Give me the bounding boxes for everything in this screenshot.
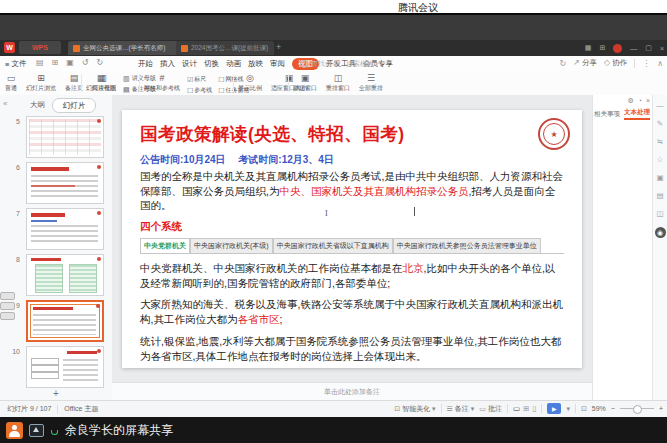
theme-name[interactable]: Office 主题 <box>64 404 98 414</box>
comments-icon: ▭ <box>479 405 486 412</box>
normal-view-button[interactable]: ▭普通 <box>3 72 19 94</box>
system-tab-4[interactable]: 中央国家行政机关参照公务员法管理事业单位 <box>393 238 541 253</box>
checkbox-icon: ☐ <box>218 76 224 84</box>
new-tab-button[interactable]: + <box>276 42 281 52</box>
zoom-slider-knob[interactable] <box>633 405 642 414</box>
document-tab-label: 全网公央选课…(学长有名师) <box>83 44 165 53</box>
normal-view-icon[interactable]: ▭ <box>513 404 520 413</box>
zoom-in-button[interactable]: + <box>659 405 663 412</box>
more-icon[interactable]: ⋮ <box>642 59 650 68</box>
reading-view-icon[interactable]: ▯ <box>532 404 536 413</box>
arrange-window-button[interactable]: ◫重排窗口 <box>324 72 352 94</box>
slide-thumbnail-9-selected[interactable] <box>26 300 104 342</box>
floating-widget[interactable] <box>0 292 15 320</box>
cloud-sync-icon[interactable]: ↻ <box>559 59 566 68</box>
arrange-all-button[interactable]: ☰全部重排 <box>357 72 385 94</box>
system-tab-2[interactable]: 中央国家行政机关(本级) <box>190 238 273 253</box>
slide-thumbnail-8[interactable] <box>26 254 104 296</box>
play-icon: ▶ <box>552 405 557 412</box>
layout-grid-icon[interactable]: ⊞ <box>599 44 605 52</box>
normal-view-icon: ▭ <box>7 73 16 83</box>
tab-slides[interactable]: 幻灯片 <box>52 98 96 113</box>
panel-collapse-icon[interactable]: « <box>3 99 7 108</box>
notes-pane[interactable]: 单击此处添加备注 <box>112 382 592 401</box>
close-icon[interactable]: × <box>646 97 650 105</box>
menu-transition[interactable]: 切换 <box>204 59 219 69</box>
strip-edit-icon[interactable]: ✎ <box>657 119 663 128</box>
task-pane-tab-related[interactable]: 相关事项 <box>594 110 620 119</box>
chevron-down-icon[interactable]: ▾ <box>566 405 570 413</box>
close-icon[interactable]: × <box>660 45 664 52</box>
menu-review[interactable]: 审阅 <box>270 59 285 69</box>
meeting-window-band <box>0 15 667 40</box>
menu-animation[interactable]: 动画 <box>226 59 241 69</box>
menu-insert[interactable]: 插入 <box>160 59 175 69</box>
strip-star-icon[interactable]: ☆ <box>657 155 664 164</box>
gear-icon[interactable]: ⚙ <box>627 97 633 105</box>
document-tab-1[interactable]: 全网公央选课…(学长有名师) <box>68 41 178 55</box>
thumbnail-row: 10 <box>0 346 112 390</box>
strip-active-tool-icon[interactable]: ◉ <box>655 227 666 238</box>
strip-columns-icon[interactable]: ◫ <box>656 209 663 218</box>
beautify-button[interactable]: ⊡ 智能美化 ▾ <box>394 404 435 414</box>
text-run-highlight: 各省市区 <box>237 313 279 325</box>
zoom-slider[interactable] <box>620 408 654 409</box>
strip-notes-icon[interactable]: ▤ <box>656 191 663 200</box>
system-tab-3[interactable]: 中央国家行政机关省级以下直属机构 <box>273 238 393 253</box>
strip-window-icon[interactable]: ▣ <box>656 173 663 182</box>
undo-icon[interactable]: ↺ <box>82 58 89 67</box>
wps-logo-icon[interactable]: W <box>4 42 15 53</box>
grid-guides-button[interactable]: #网格和参考线 <box>142 72 182 94</box>
system-tab-1-selected[interactable]: 中央党群机关 <box>140 238 190 253</box>
zoom-value[interactable]: 59% <box>592 405 606 412</box>
thumbnail-row: 5 <box>0 116 112 160</box>
strip-compare-icon[interactable]: ≒ <box>657 137 663 146</box>
guides-checkbox[interactable]: ☐参考线 <box>187 86 212 95</box>
slide-thumbnail-6[interactable] <box>26 162 104 204</box>
command-search[interactable]: 查找命令、搜索模板 <box>300 59 374 69</box>
document-tab-label: 2024国考公…课(提前批课) <box>191 44 268 53</box>
tab-outline[interactable]: 大纲 <box>30 100 45 110</box>
restore-icon[interactable]: ▢ <box>645 44 652 52</box>
save-icon[interactable]: ▤ <box>36 58 44 67</box>
screen-share-icon <box>29 424 44 437</box>
strip-collapse-icon[interactable]: — <box>656 101 664 110</box>
collapse-ribbon-icon[interactable]: ∧ <box>657 59 663 68</box>
zoom-out-button[interactable]: − <box>611 405 615 412</box>
task-pane-tab-text-selected[interactable]: 文本处理 <box>624 108 650 120</box>
redo-icon[interactable]: ↻ <box>97 58 104 67</box>
fit-slide-icon[interactable]: ⊡ <box>581 405 587 413</box>
export-icon[interactable]: ⊞ <box>52 58 59 67</box>
bell-icon[interactable]: ◔ <box>638 97 642 105</box>
print-icon[interactable]: ▣ <box>66 58 74 67</box>
divider <box>507 404 508 413</box>
notes-button[interactable]: ☰ 备注 ▾ <box>447 404 475 414</box>
add-slide-button[interactable]: + <box>0 388 112 399</box>
new-window-button[interactable]: ▣新建窗口 <box>291 72 319 94</box>
layout-split-icon[interactable]: ▦ <box>585 44 592 52</box>
play-slideshow-button[interactable]: ▶ <box>547 403 561 414</box>
wps-home-button[interactable]: WPS <box>19 41 61 54</box>
thumbnail-art <box>31 372 59 379</box>
document-tab-2[interactable]: 2024国考公…课(提前批课) <box>176 41 274 55</box>
menu-start[interactable]: 开始 <box>138 59 153 69</box>
minimize-icon[interactable]: — <box>630 45 637 52</box>
share-button[interactable]: ↗ 分享 <box>573 58 597 68</box>
thumbnail-art <box>67 351 97 354</box>
menu-design[interactable]: 设计 <box>182 59 197 69</box>
zoom-button[interactable]: ◎显示比例 <box>236 72 264 94</box>
slide-thumbnail-7[interactable] <box>26 208 104 250</box>
collab-button[interactable]: ◇ 协作 <box>604 58 627 68</box>
slide-sorter-button[interactable]: ⊞幻灯片浏览 <box>24 72 58 94</box>
ruler-checkbox[interactable]: ☑标尺 <box>187 75 212 84</box>
file-menu-button[interactable]: ≡ 文件 <box>5 59 26 69</box>
menu-slideshow[interactable]: 放映 <box>248 59 263 69</box>
sorter-view-icon[interactable]: ⊞ <box>523 404 529 413</box>
slide-master-button[interactable]: ▦幻灯片母版 <box>84 72 118 94</box>
slide-canvas[interactable]: 国考政策解读(央选、特招、国考) ★ 公告时间:10月24日 考试时间:12月3… <box>122 110 582 368</box>
slide-editing-area: 国考政策解读(央选、特招、国考) ★ 公告时间:10月24日 考试时间:12月3… <box>112 95 592 382</box>
user-avatar[interactable] <box>613 44 622 53</box>
slide-thumbnail-5[interactable] <box>26 116 104 158</box>
slide-thumbnail-10[interactable] <box>26 346 104 388</box>
comments-button[interactable]: ▭ 批注 <box>479 404 502 414</box>
